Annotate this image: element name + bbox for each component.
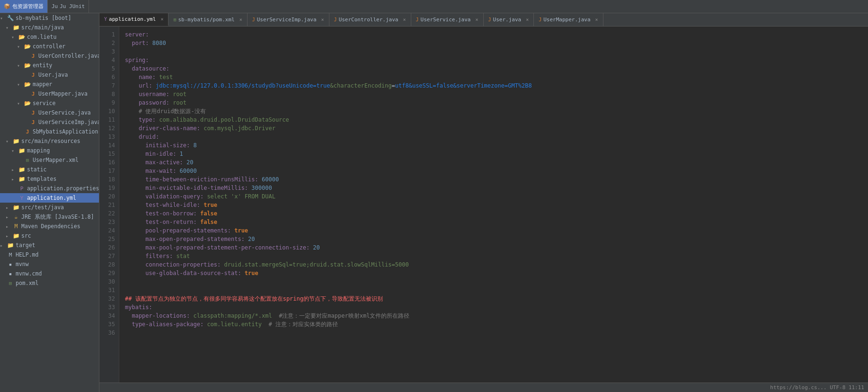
tree-item-static[interactable]: ▸📁static bbox=[0, 165, 99, 174]
tab-junit[interactable]: Ju Ju JUnit bbox=[48, 0, 89, 13]
line-number: 1 bbox=[99, 30, 119, 39]
tab-icon: J bbox=[252, 17, 255, 22]
tree-item-label: Maven Dependencies bbox=[21, 223, 80, 230]
tab-close-icon[interactable]: × bbox=[321, 17, 324, 22]
tree-item-mvnw[interactable]: ▪mvnw bbox=[0, 259, 99, 269]
tab-icon: Y bbox=[104, 17, 107, 22]
tree-item-sb-mybatisboot[interactable]: ▾🔧sb-mybatis [boot] bbox=[0, 13, 99, 23]
package-folder-icon: 📂 bbox=[24, 43, 31, 50]
prop-file-icon: P bbox=[18, 185, 26, 192]
tree-item-templates[interactable]: ▸📁templates bbox=[0, 174, 99, 184]
line-number: 19 bbox=[99, 184, 119, 192]
code-line: mapper-locations: classpath:mapping/*.xm… bbox=[125, 312, 862, 320]
tab-close-icon[interactable]: × bbox=[160, 17, 163, 22]
tree-item-label: static bbox=[27, 166, 47, 173]
tree-item-target[interactable]: ▸📁target bbox=[0, 241, 99, 250]
editor-area: Y application.yml ×⊞ sb-mybatis/pom.xml … bbox=[99, 13, 868, 392]
line-number: 28 bbox=[99, 260, 119, 269]
tree-item-srcmainjava[interactable]: ▾📁src/main/java bbox=[0, 23, 99, 32]
folder-icon: 📁 bbox=[18, 147, 26, 154]
tab-icon: ⊞ bbox=[173, 17, 176, 22]
tree-item-UserController.java[interactable]: JUserController.java bbox=[0, 51, 99, 61]
tree-item-application.properties[interactable]: Papplication.properties bbox=[0, 184, 99, 193]
tree-item-User.java[interactable]: JUser.java bbox=[0, 70, 99, 80]
tree-item-SbMybatisApplication.java[interactable]: JSbMybatisApplication.java bbox=[0, 127, 99, 136]
tree-item-src[interactable]: ▸📁src bbox=[0, 231, 99, 241]
code-line: max-pool-prepared-statement-per-connecti… bbox=[125, 243, 862, 252]
line-number: 2 bbox=[99, 39, 119, 47]
code-editor[interactable]: 1234567891011121314151617181920212223242… bbox=[99, 27, 868, 383]
code-line: filters: stat bbox=[125, 252, 862, 260]
editor-tab-UserMapperjava[interactable]: J UserMapper.java × bbox=[534, 13, 603, 26]
file-icon: ▪ bbox=[7, 260, 14, 268]
tree-item-label: src bbox=[21, 232, 31, 239]
expand-arrow-icon: ▾ bbox=[17, 82, 24, 87]
code-line: test-on-borrow: false bbox=[125, 209, 862, 218]
tab-icon: J bbox=[416, 17, 419, 22]
tree-item-service[interactable]: ▾📂service bbox=[0, 98, 99, 108]
code-line bbox=[125, 277, 862, 286]
tree-item-mapper[interactable]: ▾📂mapper bbox=[0, 80, 99, 89]
code-line: max-active: 20 bbox=[125, 158, 862, 167]
folder-icon: 📁 bbox=[18, 175, 26, 183]
tree-item-HELP.md[interactable]: MHELP.md bbox=[0, 250, 99, 259]
tree-item-JREJavaSE-1.8[interactable]: ▸☕JRE 系统库 [JavaSE-1.8] bbox=[0, 212, 99, 222]
editor-tab-UserControllerjava[interactable]: J UserController.java × bbox=[329, 13, 411, 26]
code-line: datasource: bbox=[125, 64, 862, 73]
line-number: 14 bbox=[99, 141, 119, 150]
tree-item-srctestjava[interactable]: ▸📁src/test/java bbox=[0, 203, 99, 212]
tree-item-UserService.java[interactable]: JUserService.java bbox=[0, 108, 99, 117]
tree-item-label: target bbox=[16, 242, 35, 249]
line-number: 7 bbox=[99, 81, 119, 90]
tree-item-MavenDependencies[interactable]: ▸MMaven Dependencies bbox=[0, 222, 99, 231]
line-number: 33 bbox=[99, 303, 119, 312]
code-line: password: root bbox=[125, 98, 862, 107]
tree-item-mvnw.cmd[interactable]: ▪mvnw.cmd bbox=[0, 269, 99, 278]
code-line: min-idle: 1 bbox=[125, 150, 862, 158]
tree-item-UserServiceImp.java[interactable]: JUserServiceImp.java bbox=[0, 117, 99, 127]
code-line: mybatis: bbox=[125, 303, 862, 312]
tree-item-application.yml[interactable]: Yapplication.yml bbox=[0, 193, 99, 203]
code-line: druid: bbox=[125, 133, 862, 141]
expand-arrow-icon: ▾ bbox=[17, 63, 24, 68]
code-line: initial-size: 8 bbox=[125, 141, 862, 150]
tree-item-UserMapper.java[interactable]: JUserMapper.java bbox=[0, 89, 99, 98]
code-line: server: bbox=[125, 30, 862, 39]
editor-tab-Userjava[interactable]: J User.java × bbox=[484, 13, 534, 26]
tree-item-UserMapper.xml[interactable]: ⊞UserMapper.xml bbox=[0, 155, 99, 165]
tree-item-com.lietu[interactable]: ▾📂com.lietu bbox=[0, 32, 99, 42]
tree-item-entity[interactable]: ▾📂entity bbox=[0, 61, 99, 70]
line-number: 17 bbox=[99, 167, 119, 175]
tab-label: UserService.java bbox=[421, 17, 471, 23]
editor-tab-UserServiceImpjava[interactable]: J UserServiceImp.java × bbox=[248, 13, 329, 26]
tab-close-icon[interactable]: × bbox=[239, 17, 242, 22]
line-number: 18 bbox=[99, 175, 119, 184]
tab-package-explorer[interactable]: 📦 包资源管理器 bbox=[0, 0, 48, 13]
tree-item-pom.xml[interactable]: ⊞pom.xml bbox=[0, 278, 99, 288]
code-line: type: com.alibaba.druid.pool.DruidDataSo… bbox=[125, 116, 862, 124]
tab-label: UserController.java bbox=[339, 17, 399, 23]
tree-item-label: pom.xml bbox=[16, 280, 38, 286]
file-icon: ▪ bbox=[7, 270, 14, 277]
code-line bbox=[125, 286, 862, 294]
tab-close-icon[interactable]: × bbox=[403, 17, 406, 22]
code-line: test-while-idle: true bbox=[125, 201, 862, 209]
tree-item-controller[interactable]: ▾📂controller bbox=[0, 42, 99, 51]
folder-icon: 📁 bbox=[12, 24, 20, 31]
editor-tab-sb-mybatispomxml[interactable]: ⊞ sb-mybatis/pom.xml × bbox=[168, 13, 247, 26]
tab-package-label: 包资源管理器 bbox=[12, 3, 44, 10]
line-number: 10 bbox=[99, 107, 119, 116]
tab-close-icon[interactable]: × bbox=[595, 17, 598, 22]
line-number: 12 bbox=[99, 124, 119, 133]
tree-item-mapping[interactable]: ▾📁mapping bbox=[0, 146, 99, 155]
line-number: 11 bbox=[99, 116, 119, 124]
tab-close-icon[interactable]: × bbox=[476, 17, 478, 22]
editor-tab-UserServicejava[interactable]: J UserService.java × bbox=[411, 13, 484, 26]
tab-label: UserServiceImp.java bbox=[257, 17, 317, 23]
code-line: username: root bbox=[125, 90, 862, 98]
tab-close-icon[interactable]: × bbox=[526, 17, 529, 22]
tree-item-srcmainresources[interactable]: ▾📁src/main/resources bbox=[0, 136, 99, 146]
tab-icon: J bbox=[539, 17, 541, 22]
folder-icon: 📁 bbox=[12, 204, 20, 211]
editor-tab-applicationyml[interactable]: Y application.yml × bbox=[99, 13, 168, 26]
